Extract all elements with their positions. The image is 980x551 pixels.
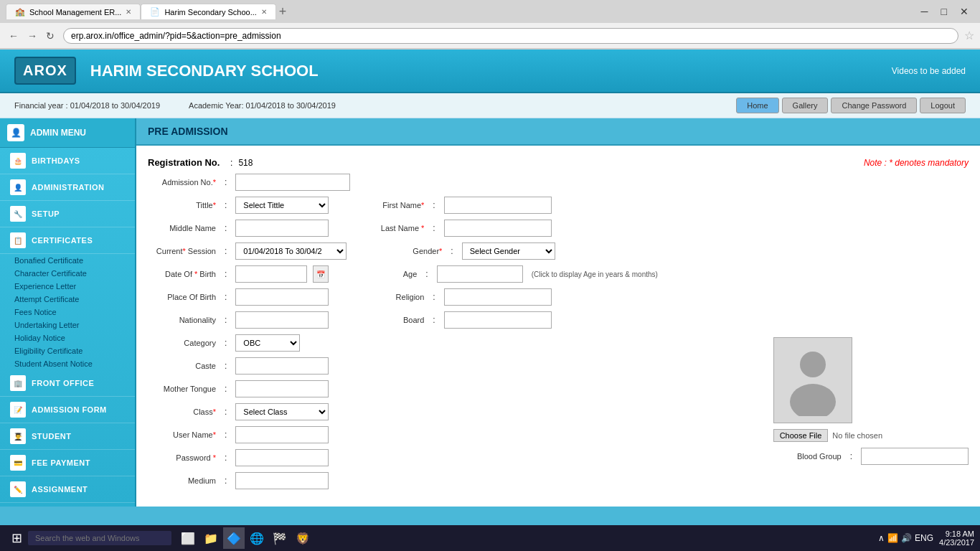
sidebar-item-birthdays[interactable]: 🎂 BIRTHDAYS	[0, 148, 135, 174]
nav-controls: ← → ↻	[6, 29, 57, 43]
sub-character[interactable]: Character Certificate	[0, 267, 135, 280]
refresh-btn[interactable]: ↻	[43, 29, 57, 43]
videos-text: Videos to be added	[892, 66, 966, 76]
sub-experience[interactable]: Experience Letter	[0, 280, 135, 293]
financial-year: Financial year : 01/04/2018 to 30/04/201…	[14, 101, 160, 110]
first-name-input[interactable]	[444, 197, 552, 214]
sidebar-item-student[interactable]: 👨‍🎓 STUDENT	[0, 423, 135, 450]
middle-name-input[interactable]	[235, 220, 329, 237]
sub-fees[interactable]: Fees Notice	[0, 306, 135, 319]
browser-chrome: 🏫 School Management ER... ✕ 📄 Harim Seco…	[0, 0, 980, 50]
medium-label: Medium	[148, 476, 216, 485]
gallery-btn[interactable]: Gallery	[782, 98, 829, 113]
sub-absent[interactable]: Student Absent Notice	[0, 357, 135, 370]
reg-line: Registration No. : 518 Note : * denotes …	[148, 157, 969, 168]
nationality-input[interactable]	[235, 311, 329, 329]
sidebar-item-assignment[interactable]: ✏️ ASSIGNMENT	[0, 476, 135, 503]
sub-holiday[interactable]: Holiday Notice	[0, 331, 135, 344]
category-label: Category	[148, 339, 216, 347]
bookmark-icon[interactable]: ☆	[964, 29, 974, 42]
colon12: :	[225, 315, 227, 325]
username-row: User Name* :	[148, 426, 759, 443]
admin-menu-label: ADMIN MENU	[30, 128, 86, 138]
setup-icon: 🔧	[10, 206, 26, 222]
category-photo-row: Category : OBC General SC ST Caste	[148, 334, 969, 472]
logout-btn[interactable]: Logout	[920, 98, 966, 113]
caste-input[interactable]	[235, 357, 329, 375]
place-birth-label: Place Of Birth	[148, 293, 216, 301]
choose-file-btn[interactable]: Choose File	[773, 429, 829, 442]
username-input[interactable]	[235, 426, 329, 443]
sub-attempt[interactable]: Attempt Certificate	[0, 293, 135, 306]
front-office-label: FRONT OFFICE	[32, 379, 94, 387]
colon13: :	[433, 315, 435, 325]
tab2-favicon: 📄	[150, 7, 160, 17]
fee-payment-label: FEE PAYMENT	[32, 458, 90, 467]
browser-tab-1[interactable]: 🏫 School Management ER... ✕	[6, 4, 141, 19]
nationality-label: Nationality	[148, 316, 216, 324]
medium-row: Medium :	[148, 472, 969, 489]
age-input[interactable]	[437, 265, 523, 283]
blood-group-input[interactable]	[861, 448, 969, 465]
tab1-close[interactable]: ✕	[126, 8, 131, 16]
school-name: HARIM SECONDARY SCHOOL	[90, 62, 319, 80]
win-maximize[interactable]: □	[936, 4, 953, 19]
tab2-close[interactable]: ✕	[261, 8, 267, 16]
last-name-input[interactable]	[444, 220, 552, 237]
sidebar-item-front-office[interactable]: 🏢 FRONT OFFICE	[0, 370, 135, 397]
svg-point-0	[800, 352, 826, 377]
sub-eligibility[interactable]: Eligibility Certificate	[0, 344, 135, 357]
student-icon: 👨‍🎓	[10, 428, 26, 444]
gender-select[interactable]: Select Gender Male Female Other	[462, 242, 555, 260]
back-btn[interactable]: ←	[6, 29, 22, 43]
password-label: Password *	[148, 453, 216, 462]
win-close[interactable]: ✕	[954, 4, 974, 19]
home-btn[interactable]: Home	[736, 98, 778, 113]
colon15: :	[225, 361, 227, 371]
tittle-label: Tittle*	[148, 201, 216, 209]
tittle-select[interactable]: Select Tittle Mr. Mrs. Miss. Dr.	[235, 197, 329, 214]
blood-group-label: Blood Group	[773, 452, 842, 461]
session-select[interactable]: 01/04/2018 To 30/04/2	[235, 242, 347, 260]
colon18: :	[225, 430, 227, 440]
browser-tab-2[interactable]: 📄 Harim Secondary Schoo... ✕	[141, 4, 275, 19]
place-birth-input[interactable]	[235, 288, 329, 306]
sidebar-item-setup[interactable]: 🔧 SETUP	[0, 201, 135, 227]
sidebar-item-admission-form[interactable]: 📝 ADMISSION FORM	[0, 397, 135, 423]
dob-label: Date Of * Birth	[148, 270, 216, 278]
board-input[interactable]	[444, 311, 552, 329]
change-password-btn[interactable]: Change Password	[831, 98, 917, 113]
religion-label: Religion	[356, 293, 424, 301]
colon20: :	[850, 451, 852, 461]
student-label: STUDENT	[32, 432, 71, 441]
religion-input[interactable]	[444, 288, 552, 306]
logo-text: AROX	[23, 62, 67, 78]
certificates-label: CERTIFICATES	[32, 236, 93, 245]
sub-undertaking[interactable]: Undertaking Letter	[0, 319, 135, 331]
gender-label: Gender*	[374, 247, 442, 255]
medium-input[interactable]	[235, 472, 329, 489]
admission-no-input[interactable]	[235, 174, 350, 191]
class-select[interactable]: Select Class Class 1 Class 2 Class 3 Cla…	[235, 403, 329, 420]
admin-menu[interactable]: 👤 ADMIN MENU	[0, 118, 135, 148]
password-input[interactable]	[235, 449, 329, 466]
win-minimize[interactable]: ─	[915, 4, 934, 19]
sidebar-item-fee-payment[interactable]: 💳 FEE PAYMENT	[0, 450, 135, 476]
dob-input[interactable]	[235, 265, 307, 283]
category-select[interactable]: OBC General SC ST	[235, 334, 300, 352]
sidebar-item-administration[interactable]: 👤 ADMINISTRATION	[0, 174, 135, 201]
colon4: :	[225, 223, 227, 233]
colon10: :	[225, 292, 227, 302]
sub-bonafied[interactable]: Bonafied Certificate	[0, 254, 135, 267]
mother-tongue-input[interactable]	[235, 380, 329, 397]
dob-calendar-btn[interactable]: 📅	[313, 265, 329, 283]
sidebar-item-certificates[interactable]: 📋 CERTIFICATES	[0, 227, 135, 254]
address-input[interactable]	[63, 28, 958, 44]
mother-tongue-row: Mother Tongue :	[148, 380, 759, 397]
administration-label: ADMINISTRATION	[32, 183, 105, 192]
birthdays-label: BIRTHDAYS	[32, 156, 80, 165]
colon3: :	[433, 200, 435, 210]
new-tab-btn[interactable]: +	[279, 4, 287, 19]
session-label: Current* Session	[148, 247, 216, 255]
forward-btn[interactable]: →	[24, 29, 40, 43]
